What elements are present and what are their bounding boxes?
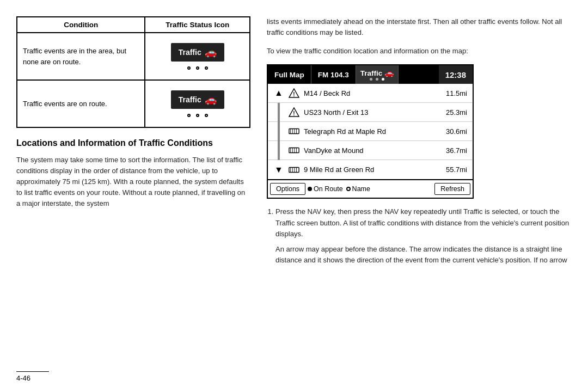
distance-5: 55.7mi bbox=[441, 166, 469, 174]
road-name-4: VanDyke at Mound bbox=[302, 146, 441, 155]
svg-text:!: ! bbox=[293, 91, 295, 97]
table-row: Traffic events are in the area, but none… bbox=[17, 33, 250, 80]
car-icon-2: 🚗 bbox=[205, 94, 217, 106]
nav-row-2: ! US23 North / Exit 13 25.3mi bbox=[268, 103, 473, 122]
tab-time: 12:38 bbox=[439, 65, 473, 84]
nav-rows: ▲ ! M14 / Beck Rd 11.5mi bbox=[268, 84, 473, 179]
warning-icon-2: ! bbox=[286, 107, 302, 117]
nav-row-3: Telegraph Rd at Maple Rd 30.6mi bbox=[268, 122, 473, 141]
tab-full-map[interactable]: Full Map bbox=[268, 65, 311, 84]
up-arrow: ▲ bbox=[271, 88, 286, 98]
name-radio[interactable]: Name bbox=[346, 185, 370, 193]
intro-text-1: lists events immediately ahead on the in… bbox=[267, 16, 572, 38]
nav-row-4: VanDyke at Mound 36.7mi bbox=[268, 141, 473, 160]
step-1-text: Press the NAV key, then press the NAV ke… bbox=[275, 207, 569, 237]
name-label: Name bbox=[352, 185, 370, 193]
condition-text-2: Traffic events are on route. bbox=[17, 80, 145, 127]
col-condition-header: Condition bbox=[17, 17, 145, 33]
refresh-button[interactable]: Refresh bbox=[434, 183, 470, 195]
road-name-1: M14 / Beck Rd bbox=[302, 89, 441, 97]
construction-icon-2 bbox=[286, 145, 302, 155]
road-name-3: Telegraph Rd at Maple Rd bbox=[302, 127, 441, 136]
tab-traffic[interactable]: Traffic 🚗 bbox=[356, 65, 399, 84]
dot-row-1 bbox=[187, 66, 208, 70]
traffic-label-1: Traffic bbox=[179, 48, 201, 57]
icon-cell-1: Traffic 🚗 bbox=[145, 33, 250, 80]
dot-1-2 bbox=[196, 66, 199, 70]
left-column: Condition Traffic Status Icon Traffic ev… bbox=[16, 16, 250, 381]
down-arrow: ▼ bbox=[271, 165, 286, 175]
section-heading: Locations and Information of Traffic Con… bbox=[16, 138, 250, 149]
nav-dot-3 bbox=[382, 78, 384, 81]
intro-text-2: To view the traffic condition location a… bbox=[267, 46, 572, 57]
options-button[interactable]: Options bbox=[270, 183, 305, 195]
col-icon-header: Traffic Status Icon bbox=[145, 17, 250, 33]
condition-text-1: Traffic events are in the area, but none… bbox=[17, 33, 145, 80]
page-number: 4-46 bbox=[16, 371, 49, 382]
dot-2-2 bbox=[196, 114, 199, 117]
step-1: Press the NAV key, then press the NAV ke… bbox=[275, 206, 572, 266]
svg-text:!: ! bbox=[293, 111, 295, 117]
nav-screen: Full Map FM 104.3 Traffic 🚗 bbox=[267, 64, 474, 199]
no-arrow-2 bbox=[271, 103, 286, 122]
dot-2-3 bbox=[205, 114, 208, 117]
construction-icon-3 bbox=[286, 165, 302, 175]
dot-1-1 bbox=[187, 66, 191, 70]
dot-row-2 bbox=[187, 114, 208, 117]
dot-2-1 bbox=[187, 114, 191, 117]
nav-dot-1 bbox=[370, 78, 372, 81]
nav-dot-2 bbox=[376, 78, 378, 81]
car-icon-1: 🚗 bbox=[205, 46, 217, 58]
traffic-label-2: Traffic bbox=[179, 95, 201, 104]
no-arrow-3 bbox=[271, 122, 286, 141]
warning-icon-1: ! bbox=[286, 88, 302, 98]
on-route-dot bbox=[308, 187, 312, 191]
dot-1-3 bbox=[205, 66, 208, 70]
traffic-icon-btn-2: Traffic 🚗 bbox=[171, 90, 224, 109]
section-body: The system may take some time to sort th… bbox=[16, 155, 250, 210]
on-route-radio[interactable]: On Route bbox=[308, 185, 343, 193]
construction-icon-1 bbox=[286, 126, 302, 136]
nav-footer: Options On Route Name Refresh bbox=[268, 179, 473, 198]
nav-header: Full Map FM 104.3 Traffic 🚗 bbox=[268, 65, 473, 84]
tab-fm[interactable]: FM 104.3 bbox=[311, 65, 356, 84]
nav-dot-row bbox=[370, 78, 384, 81]
on-route-label: On Route bbox=[314, 185, 343, 193]
road-name-2: US23 North / Exit 13 bbox=[302, 108, 441, 117]
distance-1: 11.5mi bbox=[441, 89, 469, 97]
condition-table: Condition Traffic Status Icon Traffic ev… bbox=[16, 16, 250, 128]
distance-2: 25.3mi bbox=[441, 108, 469, 117]
name-dot bbox=[346, 187, 351, 191]
no-arrow-4 bbox=[271, 141, 286, 160]
distance-4: 36.7mi bbox=[441, 146, 469, 155]
icon-cell-2: Traffic 🚗 bbox=[145, 80, 250, 127]
road-name-5: 9 Mile Rd at Green Rd bbox=[302, 166, 441, 174]
nav-row-5: ▼ 9 Mile Rd at Green Rd 55.7mi bbox=[268, 160, 473, 179]
traffic-icon-btn-1: Traffic 🚗 bbox=[171, 43, 224, 62]
extra-text: An arrow may appear before the distance.… bbox=[275, 244, 572, 266]
car-icon-nav: 🚗 bbox=[384, 69, 394, 77]
right-column: lists events immediately ahead on the in… bbox=[267, 16, 572, 381]
steps-list: Press the NAV key, then press the NAV ke… bbox=[267, 206, 572, 271]
nav-row-1: ▲ ! M14 / Beck Rd 11.5mi bbox=[268, 84, 473, 103]
table-row: Traffic events are on route. Traffic 🚗 bbox=[17, 80, 250, 127]
distance-3: 30.6mi bbox=[441, 127, 469, 136]
